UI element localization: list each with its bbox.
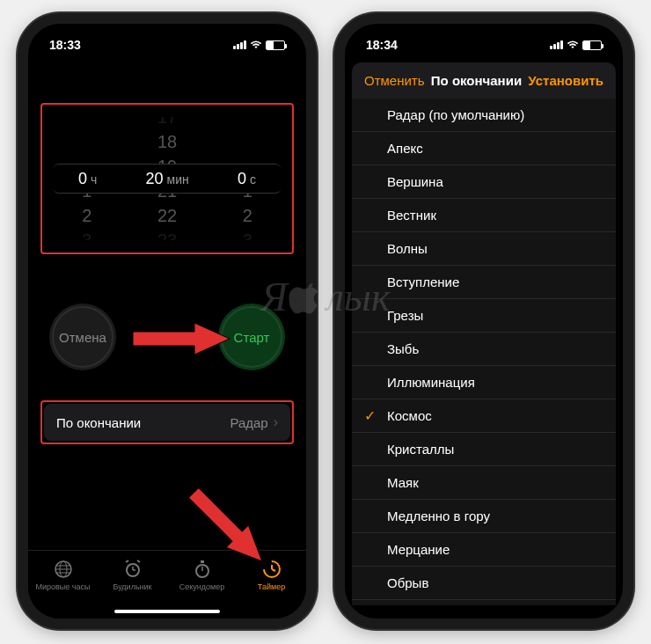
chevron-right-icon: ›	[274, 414, 278, 430]
sound-item-label: Вестник	[387, 208, 436, 223]
svg-line-9	[137, 560, 140, 562]
sound-item-label: Обрыв	[387, 575, 428, 590]
sound-item-label: Вступление	[387, 274, 459, 289]
stopwatch-icon	[191, 558, 214, 581]
sound-item-label: Вершина	[387, 174, 443, 189]
modal-set-button[interactable]: Установить	[528, 73, 603, 88]
battery-icon	[266, 40, 285, 50]
wifi-icon	[567, 40, 579, 49]
modal-title: По окончании	[431, 73, 522, 88]
sound-item-label: Апекс	[387, 141, 423, 156]
status-time: 18:34	[366, 38, 398, 52]
when-done-value: Радар ›	[230, 414, 278, 430]
action-row: Отмена Старт	[40, 304, 294, 370]
picker-selected-row: 0ч 20мин 0с	[54, 164, 280, 194]
alarm-icon	[121, 558, 144, 581]
tab-timer-label: Таймер	[258, 582, 285, 591]
cellular-icon	[550, 40, 563, 49]
annotation-arrow-start	[133, 323, 230, 355]
picker-seconds: 0	[238, 170, 246, 187]
sound-item[interactable]: Апекс	[352, 132, 616, 165]
modal-cancel-button[interactable]: Отменить	[364, 73, 425, 88]
tab-alarm-label: Будильник	[113, 582, 151, 591]
sound-item-label: Грезы	[387, 308, 423, 323]
cellular-icon	[233, 40, 246, 49]
sound-item-label: Маяк	[387, 475, 419, 490]
svg-line-19	[272, 569, 275, 571]
battery-icon	[582, 40, 602, 50]
timer-screen: 1 2 3 17 18 19 21 22 23	[28, 57, 306, 618]
home-indicator[interactable]	[114, 610, 220, 613]
sound-item[interactable]: Вестник	[352, 199, 616, 232]
sound-item[interactable]: Мерцание	[352, 533, 616, 567]
svg-rect-14	[201, 560, 204, 563]
status-time: 18:33	[49, 38, 81, 52]
time-picker-highlight: 1 2 3 17 18 19 21 22 23	[40, 103, 294, 254]
tab-bar: Мировые часы Будильник Секундомер Таймер	[28, 550, 306, 618]
notch	[418, 24, 550, 47]
sound-list[interactable]: Радар (по умолчанию)АпексВершинаВестникВ…	[352, 99, 616, 605]
sound-item[interactable]: Вершина	[352, 165, 616, 199]
sound-item[interactable]: Отражение	[352, 600, 616, 605]
status-icons	[233, 40, 285, 50]
sound-item-label: Мерцание	[387, 542, 450, 557]
notch	[101, 24, 233, 47]
sound-item[interactable]: Радар (по умолчанию)	[352, 99, 616, 132]
picker-minutes: 20	[146, 170, 164, 187]
globe-icon	[52, 558, 75, 581]
time-picker[interactable]: 1 2 3 17 18 19 21 22 23	[49, 117, 285, 240]
sound-item[interactable]: Маяк	[352, 466, 616, 500]
when-done-highlight: По окончании Радар ›	[40, 400, 294, 444]
modal-header: Отменить По окончании Установить	[352, 62, 616, 99]
sound-item[interactable]: Волны	[352, 232, 616, 266]
tab-world-label: Мировые часы	[36, 582, 91, 591]
wifi-icon	[250, 40, 262, 49]
tab-stopwatch-label: Секундомер	[179, 582, 224, 591]
phone-right: 18:34 Отменить По окончании Установить Р…	[334, 13, 633, 629]
sound-item-label: Зыбь	[387, 341, 419, 356]
sound-item-label: Кристаллы	[387, 442, 454, 457]
timer-icon	[260, 558, 283, 581]
sound-item-label: Медленно в гору	[387, 509, 490, 523]
sound-item[interactable]: Обрыв	[352, 567, 616, 600]
sound-item[interactable]: Иллюминация	[352, 366, 616, 399]
svg-marker-0	[133, 323, 230, 355]
sound-item[interactable]: Медленно в гору	[352, 500, 616, 533]
sound-item[interactable]: Вступление	[352, 266, 616, 299]
sound-item-label: Радар (по умолчанию)	[387, 107, 524, 122]
when-done-label: По окончании	[56, 415, 141, 430]
sound-item-label: Иллюминация	[387, 375, 475, 390]
tab-alarm[interactable]: Будильник	[98, 558, 167, 591]
status-icons	[550, 40, 602, 50]
tab-stopwatch[interactable]: Секундомер	[167, 558, 237, 591]
svg-line-8	[126, 560, 128, 562]
phone-left: 18:33 1 2 3 17 18	[18, 13, 317, 629]
sound-item[interactable]: Кристаллы	[352, 433, 616, 466]
sound-item[interactable]: ✓Космос	[352, 399, 616, 433]
sound-item-label: Космос	[387, 408, 432, 423]
sound-item[interactable]: Грезы	[352, 299, 616, 333]
sound-item[interactable]: Зыбь	[352, 333, 616, 366]
checkmark-icon: ✓	[364, 407, 376, 424]
cancel-button[interactable]: Отмена	[49, 304, 116, 370]
sound-item-label: Волны	[387, 241, 428, 256]
when-done-row[interactable]: По окончании Радар ›	[44, 404, 290, 441]
tab-world-clock[interactable]: Мировые часы	[28, 558, 98, 591]
picker-hours: 0	[78, 170, 87, 187]
